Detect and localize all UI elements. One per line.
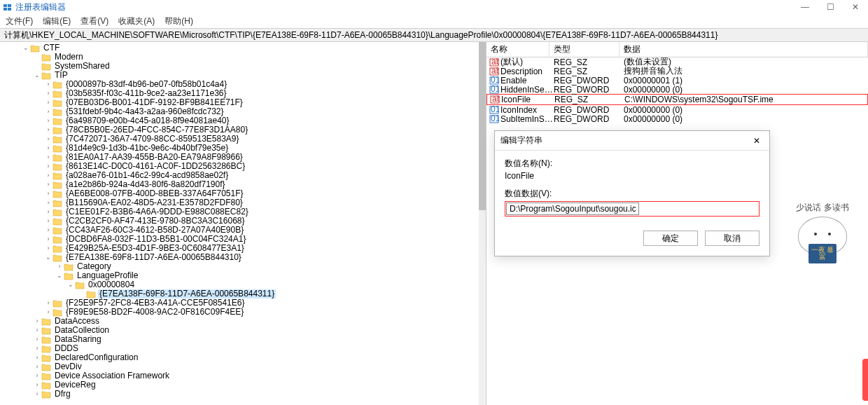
expander-icon[interactable]: ⌄ (34, 71, 41, 80)
col-header-data[interactable]: 数据 (620, 42, 868, 57)
value-row[interactable]: 011EnableREG_DWORD0x00000001 (1) (486, 76, 868, 85)
tree-label: Dfrg (53, 390, 72, 399)
ok-button[interactable]: 确定 (643, 231, 698, 246)
expander-icon[interactable]: › (45, 80, 52, 89)
expander-icon[interactable]: › (45, 217, 52, 226)
value-row[interactable]: 011SubItemInSettin...REG_DWORD0x00000000… (486, 114, 868, 123)
expander-icon[interactable]: ⌄ (22, 43, 29, 53)
expander-icon[interactable]: › (45, 107, 52, 116)
folder-icon (52, 235, 62, 244)
cancel-button[interactable]: 取消 (705, 231, 760, 246)
tree-scrollbar[interactable] (479, 42, 486, 405)
value-type: REG_SZ (554, 57, 624, 67)
expander-icon[interactable]: › (45, 162, 52, 171)
expander-icon[interactable]: › (45, 235, 52, 244)
tree-item[interactable]: ›DeviceReg (1, 380, 486, 390)
mascot-book: 一夜 暴富 (808, 244, 836, 263)
expander-icon[interactable]: ⌄ (45, 253, 52, 262)
folder-icon (86, 290, 96, 298)
expander-icon[interactable]: › (34, 326, 41, 335)
expander-icon[interactable]: › (45, 98, 52, 107)
folder-icon (52, 190, 62, 198)
expander-icon[interactable]: › (45, 198, 52, 207)
minimize-button[interactable]: — (792, 0, 818, 14)
value-row[interactable]: abDescriptionREG_SZ搜狗拼音输入法 (486, 67, 868, 76)
value-type-icon: 011 (489, 85, 499, 94)
folder-icon (52, 81, 62, 89)
expander-icon[interactable]: › (45, 308, 52, 317)
tree-item[interactable]: SystemShared (1, 62, 486, 71)
close-button[interactable]: ✕ (843, 0, 868, 14)
mascot-decoration: 少说话 多读书 一夜 暴富 (777, 202, 868, 265)
dialog-close-button[interactable]: ✕ (750, 136, 764, 146)
folder-icon (64, 263, 74, 271)
tree-item[interactable]: ⌄LanguageProfile (1, 271, 486, 280)
value-row[interactable]: 011HiddenInSettin...REG_DWORD0x00000000 … (486, 85, 868, 94)
value-type: REG_DWORD (554, 105, 624, 115)
menu-favorites[interactable]: 收藏夹(A) (118, 15, 155, 27)
value-row[interactable]: 011IconIndexREG_DWORD0x00000000 (0) (486, 105, 868, 114)
mascot-text: 少说话 多读书 (777, 202, 868, 214)
value-type-icon: 011 (489, 106, 499, 114)
expander-icon[interactable]: › (34, 344, 41, 353)
expander-icon[interactable]: › (34, 390, 41, 399)
expander-icon[interactable]: › (34, 362, 41, 371)
folder-icon (41, 390, 51, 399)
tree-item[interactable]: ›Dfrg (1, 390, 486, 399)
svg-text:ab: ab (492, 95, 500, 104)
value-name: IconIndex (500, 105, 554, 115)
expander-icon[interactable]: › (45, 207, 52, 217)
expander-icon[interactable]: › (45, 125, 52, 135)
folder-icon (41, 372, 51, 380)
col-header-type[interactable]: 类型 (550, 42, 620, 57)
maximize-button[interactable]: ☐ (818, 0, 843, 14)
value-type: REG_SZ (554, 67, 624, 76)
expander-icon[interactable]: › (45, 180, 52, 189)
value-type-icon: ab (490, 95, 500, 104)
expander-icon[interactable]: › (56, 262, 63, 271)
dialog-title-bar[interactable]: 编辑字符串 ✕ (495, 131, 769, 151)
folder-icon (75, 281, 85, 289)
svg-rect-0 (4, 4, 7, 7)
expander-icon[interactable]: › (45, 144, 52, 153)
expander-icon[interactable]: › (45, 116, 52, 125)
expander-icon[interactable]: › (45, 135, 52, 144)
folder-icon (52, 226, 62, 235)
tree-item[interactable]: ⌄{E7EA138E-69F8-11D7-A6EA-00065B844310} (1, 253, 486, 262)
edit-string-dialog: 编辑字符串 ✕ 数值名称(N): IconFile 数值数据(V): 确定 取消 (494, 130, 770, 256)
data-label: 数值数据(V): (505, 188, 760, 200)
value-name: SubItemInSettin... (500, 114, 554, 124)
expander-icon[interactable]: › (45, 298, 52, 308)
tree-item[interactable]: ›Category (1, 262, 486, 271)
menu-edit[interactable]: 编辑(E) (43, 15, 71, 27)
expander-icon[interactable]: › (45, 226, 52, 235)
svg-text:011: 011 (491, 85, 499, 94)
expander-icon[interactable]: › (34, 317, 41, 326)
expander-icon[interactable]: › (45, 89, 52, 98)
folder-icon (64, 272, 74, 280)
value-row[interactable]: abIconFileREG_SZC:\WINDOWS\system32\Sogo… (486, 94, 868, 105)
expander-icon[interactable]: ⌄ (67, 280, 74, 289)
col-header-name[interactable]: 名称 (486, 42, 550, 57)
expander-icon[interactable]: › (34, 335, 41, 344)
expander-icon[interactable]: › (34, 371, 41, 380)
svg-text:ab: ab (491, 58, 499, 67)
expander-icon[interactable]: › (34, 380, 41, 390)
expander-icon[interactable]: › (45, 171, 52, 180)
menu-help[interactable]: 帮助(H) (164, 15, 193, 27)
expander-icon[interactable]: › (34, 353, 41, 362)
address-bar[interactable]: 计算机\HKEY_LOCAL_MACHINE\SOFTWARE\Microsof… (0, 28, 868, 42)
menu-view[interactable]: 查看(V) (80, 15, 108, 27)
expander-icon[interactable]: › (45, 244, 52, 253)
data-input[interactable] (506, 202, 639, 215)
value-data: C:\WINDOWS\system32\SogouTSF.ime (624, 95, 867, 104)
expander-icon[interactable]: ⌄ (56, 271, 63, 280)
app-title: 注册表编辑器 (15, 1, 66, 13)
data-input-highlight (505, 201, 760, 217)
value-data: 0x00000000 (0) (624, 114, 868, 124)
expander-icon[interactable]: › (45, 153, 52, 162)
menu-file[interactable]: 文件(F) (6, 15, 33, 27)
expander-icon[interactable]: › (45, 189, 52, 198)
value-type: REG_DWORD (554, 114, 624, 124)
folder-icon (52, 90, 62, 98)
